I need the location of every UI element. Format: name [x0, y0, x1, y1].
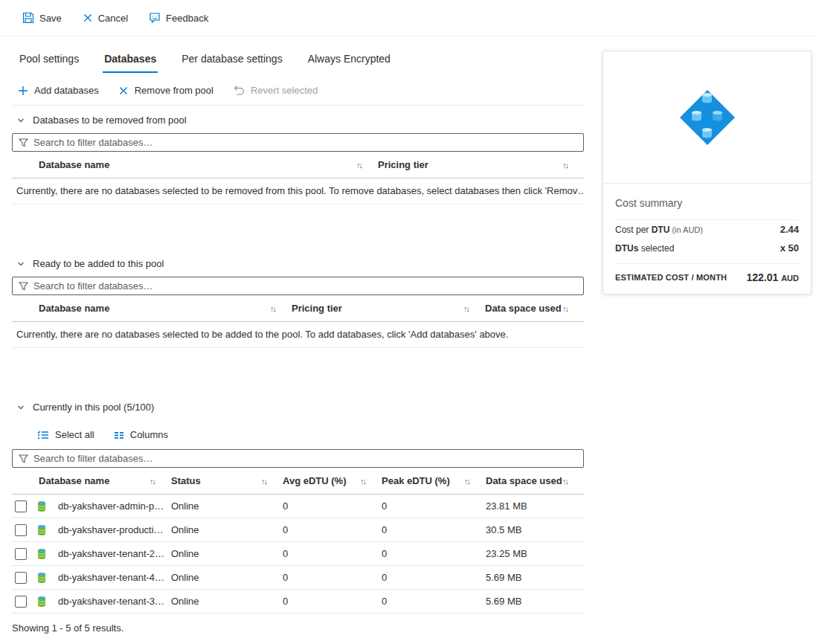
table-row[interactable]: db-yakshaver-tenant-2… Online 0 0 23.25 … — [12, 542, 584, 566]
sort-icon[interactable]: ↑↓ — [562, 161, 568, 170]
row-checkbox[interactable] — [15, 524, 27, 536]
results-count: Showing 1 - 5 of 5 results. — [12, 614, 584, 634]
cost-per-dtu-value: 2.44 — [780, 224, 799, 235]
table-row[interactable]: db-yakshaver-producti… Online 0 0 30.5 M… — [12, 518, 584, 542]
database-icon — [36, 548, 58, 560]
peak-edtu-value: 0 — [382, 524, 486, 535]
elastic-pool-icon — [676, 86, 739, 149]
command-bar: Save Cancel Feedback — [0, 0, 816, 36]
added-col-pricing-tier: Pricing tier — [292, 303, 342, 314]
add-databases-button[interactable]: Add databases — [18, 85, 99, 96]
current-table-toolbar: Select all Columns — [12, 420, 584, 449]
columns-icon — [114, 430, 124, 440]
database-icon — [36, 596, 58, 608]
tab-per-database-settings[interactable]: Per database settings — [180, 50, 283, 73]
sort-icon[interactable]: ↑↓ — [562, 477, 568, 486]
cost-per-dtu-sub: (in AUD) — [669, 225, 703, 234]
cost-per-dtu-row: Cost per DTU (in AUD) 2.44 — [603, 220, 811, 239]
feedback-smiley-icon — [149, 12, 161, 24]
current-search-input[interactable] — [33, 453, 577, 464]
removed-table-header: Database name ↑↓ Pricing tier ↑↓ — [12, 152, 584, 178]
removed-search-box — [12, 133, 584, 152]
row-checkbox[interactable] — [15, 572, 27, 584]
removed-section-title: Databases to be removed from pool — [33, 115, 187, 126]
database-icon — [36, 500, 58, 512]
current-section-header[interactable]: Currently in this pool (5/100) — [12, 393, 584, 420]
feedback-label: Feedback — [166, 13, 208, 24]
columns-button[interactable]: Columns — [114, 429, 168, 440]
peak-edtu-value: 0 — [382, 572, 486, 583]
cost-summary-title: Cost summary — [603, 184, 811, 219]
save-icon — [22, 12, 34, 24]
sort-icon[interactable]: ↑↓ — [150, 477, 155, 486]
chevron-down-icon — [16, 403, 25, 412]
filter-funnel-icon — [19, 454, 28, 463]
cancel-button[interactable]: Cancel — [74, 8, 137, 28]
added-col-database-name: Database name — [39, 303, 109, 314]
add-databases-label: Add databases — [34, 85, 99, 96]
status-value: Online — [171, 548, 283, 559]
peak-edtu-value: 0 — [382, 548, 486, 559]
table-row[interactable]: db-yakshaver-admin-p… Online 0 0 23.81 M… — [12, 495, 584, 518]
estimated-cost-value: 122.01 — [746, 271, 778, 283]
database-name: db-yakshaver-tenant-2… — [58, 548, 171, 559]
database-name: db-yakshaver-producti… — [58, 524, 171, 535]
current-col-peak-edtu: Peak eDTU (%) — [382, 475, 450, 486]
select-all-icon — [37, 430, 49, 440]
dtus-selected-value: x 50 — [780, 242, 799, 254]
sort-icon[interactable]: ↑↓ — [356, 161, 362, 170]
filter-funnel-icon — [19, 281, 28, 291]
plus-icon — [18, 86, 28, 96]
status-value: Online — [171, 572, 283, 583]
avg-edtu-value: 0 — [283, 548, 382, 559]
revert-selected-button[interactable]: Revert selected — [233, 85, 318, 96]
peak-edtu-value: 0 — [382, 596, 486, 607]
current-col-status: Status — [171, 475, 201, 486]
row-checkbox[interactable] — [15, 548, 27, 560]
table-row[interactable]: db-yakshaver-tenant-4… Online 0 0 5.69 M… — [12, 566, 584, 590]
dtus-selected-row: DTUs selected x 50 — [603, 239, 811, 257]
sort-icon[interactable]: ↑↓ — [562, 304, 568, 313]
save-button[interactable]: Save — [13, 7, 71, 28]
sort-icon[interactable]: ↑↓ — [261, 477, 266, 486]
cancel-x-icon — [83, 13, 93, 23]
cost-summary-card: Cost summary Cost per DTU (in AUD) 2.44 … — [603, 51, 812, 294]
sort-icon[interactable]: ↑↓ — [463, 304, 469, 313]
added-empty-message: Currently, there are no databases select… — [12, 322, 584, 348]
added-section-title: Ready to be added to this pool — [33, 258, 164, 269]
database-name: db-yakshaver-tenant-4… — [58, 572, 171, 583]
added-search-box — [12, 277, 584, 295]
data-space-used-value: 5.69 MB — [486, 572, 584, 583]
tab-pool-settings[interactable]: Pool settings — [18, 50, 80, 73]
avg-edtu-value: 0 — [283, 500, 382, 512]
tab-always-encrypted[interactable]: Always Encrypted — [306, 50, 392, 73]
removed-search-input[interactable] — [33, 137, 577, 148]
current-col-avg-edtu: Avg eDTU (%) — [283, 475, 346, 486]
select-all-button[interactable]: Select all — [37, 429, 94, 440]
dtus-selected-rest: selected — [638, 243, 674, 254]
sort-icon[interactable]: ↑↓ — [270, 304, 275, 313]
remove-x-icon — [118, 86, 129, 96]
added-section-header[interactable]: Ready to be added to this pool — [12, 249, 584, 277]
row-checkbox[interactable] — [15, 500, 27, 512]
removed-section-header[interactable]: Databases to be removed from pool — [12, 106, 584, 133]
chevron-down-icon — [16, 260, 25, 268]
database-name: db-yakshaver-admin-p… — [58, 500, 171, 512]
table-row[interactable]: db-yakshaver-tenant-3… Online 0 0 5.69 M… — [12, 590, 584, 614]
chevron-down-icon — [16, 116, 25, 125]
database-icon — [36, 524, 58, 536]
added-search-input[interactable] — [33, 280, 577, 292]
feedback-button[interactable]: Feedback — [140, 7, 217, 28]
estimated-cost-row: ESTIMATED COST / MONTH 122.01 AUD — [603, 264, 811, 294]
main-panel: Pool settings Databases Per database set… — [12, 36, 584, 634]
remove-from-pool-label: Remove from pool — [135, 85, 213, 96]
removed-empty-message: Currently, there are no databases select… — [12, 178, 584, 205]
sort-icon[interactable]: ↑↓ — [360, 477, 365, 486]
tab-databases[interactable]: Databases — [103, 50, 158, 73]
sort-icon[interactable]: ↑↓ — [464, 477, 469, 486]
filter-funnel-icon — [19, 138, 28, 147]
cost-per-dtu-strong: DTU — [652, 225, 670, 235]
remove-from-pool-button[interactable]: Remove from pool — [118, 85, 213, 96]
row-checkbox[interactable] — [15, 596, 27, 608]
estimated-cost-label: ESTIMATED COST / MONTH — [615, 273, 727, 282]
